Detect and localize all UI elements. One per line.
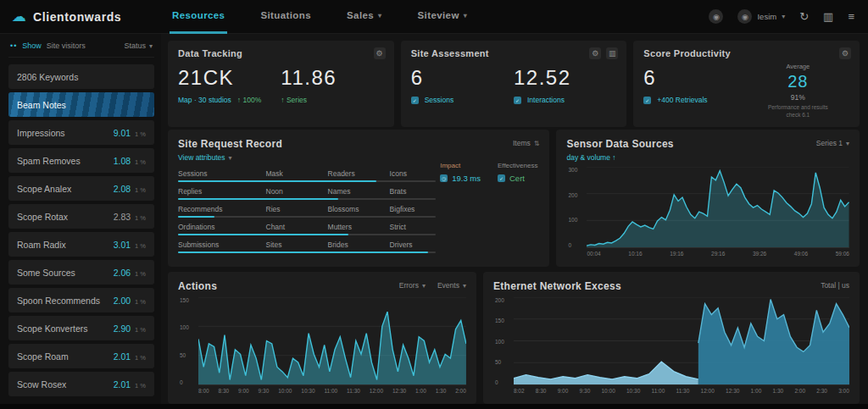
x-tick-label: 8:30 [219, 388, 230, 395]
x-tick-label: 12:30 [392, 388, 406, 395]
view-attributes-link[interactable]: View attributes ▾ [178, 153, 539, 162]
sensor-data-sources-svg [587, 167, 849, 247]
table-row[interactable]: RepliesNoonNamesBrats [178, 187, 436, 200]
panels-row-2: Site Request Record View attributes ▾ It… [168, 130, 860, 265]
events-filter-dropdown[interactable]: Events ▾ [437, 281, 466, 290]
gear-icon[interactable]: ⚙ [374, 47, 386, 59]
value-text: 2.08 [114, 184, 131, 194]
user-menu[interactable]: ◉ Iesim ▾ [737, 9, 785, 24]
layout-columns-icon[interactable]: ▥ [823, 11, 833, 22]
nav-item-situations[interactable]: Situations [258, 0, 314, 34]
table-cell: Ordinations [178, 223, 266, 231]
sidebar-item[interactable]: Spoon Recommends2.001 % [8, 288, 154, 312]
nav-item-label: Sales [347, 10, 374, 20]
menu-icon[interactable]: ≡ [848, 11, 854, 22]
sidebar-item-value: 3.011 % [114, 240, 146, 250]
panel-title: Site Request Record [178, 138, 539, 150]
status-filter[interactable]: Status ▾ [124, 41, 153, 50]
stat-value: 12.52 [514, 66, 616, 90]
value-suffix: 1 % [135, 382, 146, 390]
chevron-down-icon: ▾ [422, 282, 426, 290]
value-suffix: 1 % [135, 326, 146, 334]
chevron-down-icon: ▾ [463, 282, 466, 290]
card-site-assessment: Site Assessment ⚙ ▥ 6 ✓ Sessions 12.52 [401, 41, 627, 127]
table-cell: Readers [328, 169, 390, 178]
table-cell: Mask [266, 169, 328, 178]
layout-columns-icon[interactable]: ▥ [606, 47, 618, 59]
stat-cards-row: Data Tracking ⚙ 21CK Map · 30 studios ↑ … [168, 41, 860, 123]
bullet-icon: ✓ [643, 97, 651, 104]
progress-fill [178, 198, 338, 200]
y-tick-label: 100 [180, 324, 194, 330]
y-tick-label: 200 [568, 192, 582, 198]
value-suffix: 1 % [135, 354, 146, 362]
panel-subtitle: day & volume ↑ [566, 153, 615, 162]
show-link[interactable]: Show [22, 41, 42, 50]
logo[interactable]: ☁ Clientonwards [12, 9, 163, 24]
errors-filter-dropdown[interactable]: Errors ▾ [399, 281, 426, 290]
sidebar-item-value: 2.081 % [114, 184, 146, 194]
stat-average: Average 28 91% Performance and results c… [747, 63, 849, 119]
x-tick-label: 10:16 [628, 251, 642, 258]
actions-area-chart: 150100500 8:008:309:009:3010:0010:3011:0… [178, 297, 466, 395]
nav-item-resources[interactable]: Resources [170, 0, 227, 34]
items-sort-control[interactable]: Items ⇅ [513, 139, 539, 147]
x-tick-label: 29:16 [711, 251, 725, 258]
x-tick-label: 1:00 [415, 388, 426, 395]
table-row[interactable]: OrdinationsChantMuttersStrict [178, 223, 436, 235]
sidebar-item-label: Scope Roam [17, 351, 69, 362]
table-row-cells: OrdinationsChantMuttersStrict [178, 223, 436, 231]
x-tick-label: 2:00 [794, 388, 805, 395]
sidebar-item-value: 2.011 % [114, 379, 146, 390]
table-row[interactable]: SessionsMaskReadersIcons [178, 169, 436, 182]
value-suffix: 1 % [135, 158, 146, 166]
sort-icon: ⇅ [534, 140, 540, 147]
table-row-cells: RecommendsRiesBlossomsBigfixes [178, 205, 436, 213]
sidebar-item-label: Beam Notes [17, 100, 66, 110]
notifications-icon[interactable]: ◉ [709, 9, 723, 24]
series-dropdown[interactable]: Series 1 ▾ [816, 139, 849, 147]
sidebar-item[interactable]: Scope Analex2.081 % [8, 176, 154, 201]
table-row[interactable]: SubmissionsSitesBridesDrivers [178, 240, 436, 253]
panel-title: Sensor Data Sources [566, 138, 849, 150]
table-cell: Drivers [390, 240, 437, 249]
total-legend[interactable]: Total | us [821, 281, 849, 290]
sidebar-item-label: Scow Rosex [17, 379, 66, 390]
x-tick-label: 59:06 [836, 251, 849, 258]
progress-fill [178, 234, 348, 235]
x-tick-label: 12:30 [726, 388, 739, 395]
sidebar-item-label: 2806 Keywords [17, 72, 78, 82]
card-score-productivity: Score Productivity ⚙ 6 ✓ +400 Retrievals… [633, 41, 860, 127]
panel-site-request-record: Site Request Record View attributes ▾ It… [168, 130, 549, 267]
dots-icon: •• [10, 41, 17, 50]
sidebar-item[interactable]: 2806 Keywords [8, 64, 154, 89]
y-tick-label: 200 [495, 297, 509, 303]
status-filter-label: Status [124, 41, 146, 50]
value-suffix: 1 % [135, 186, 146, 194]
x-tick-label: 10:30 [301, 388, 314, 395]
effectiveness-value: Cert [509, 174, 525, 183]
table-row[interactable]: RecommendsRiesBlossomsBigfixes [178, 205, 436, 218]
bottom-edge [0, 404, 868, 409]
sidebar-item[interactable]: Some Sources2.061 % [8, 260, 154, 285]
gear-icon[interactable]: ⚙ [589, 47, 601, 59]
sidebar-item[interactable]: Beam Notes [8, 92, 154, 117]
x-tick-label: 39:26 [753, 251, 766, 258]
card-data-tracking: Data Tracking ⚙ 21CK Map · 30 studios ↑ … [168, 41, 394, 127]
panel-sensor-data-sources: Sensor Data Sources day & volume ↑ Serie… [556, 130, 860, 267]
card-title: Site Assessment [411, 48, 617, 58]
gear-icon[interactable]: ⚙ [839, 47, 851, 59]
sidebar-item[interactable]: Scope Rotax2.831 % [8, 204, 154, 229]
sidebar-item[interactable]: Scow Rosex2.011 % [8, 372, 154, 396]
sidebar-item[interactable]: Scope Konverters2.901 % [8, 316, 154, 340]
sidebar-item[interactable]: Scope Roam2.011 % [8, 344, 154, 368]
nav-item-sales[interactable]: Sales▾ [344, 0, 384, 34]
nav-item-siteview[interactable]: Siteview▾ [415, 0, 470, 34]
refresh-icon[interactable]: ↻ [799, 11, 809, 22]
sidebar-item[interactable]: Spam Removes1.081 % [8, 148, 154, 173]
stat-secondary: 11.86 ↑ Series [281, 66, 383, 104]
sidebar-item[interactable]: Roam Radix3.011 % [8, 232, 154, 257]
progress-track [178, 251, 436, 253]
sidebar-item[interactable]: Impressions9.011 % [8, 120, 154, 145]
sidebar-item-value: 2.001 % [114, 296, 146, 306]
